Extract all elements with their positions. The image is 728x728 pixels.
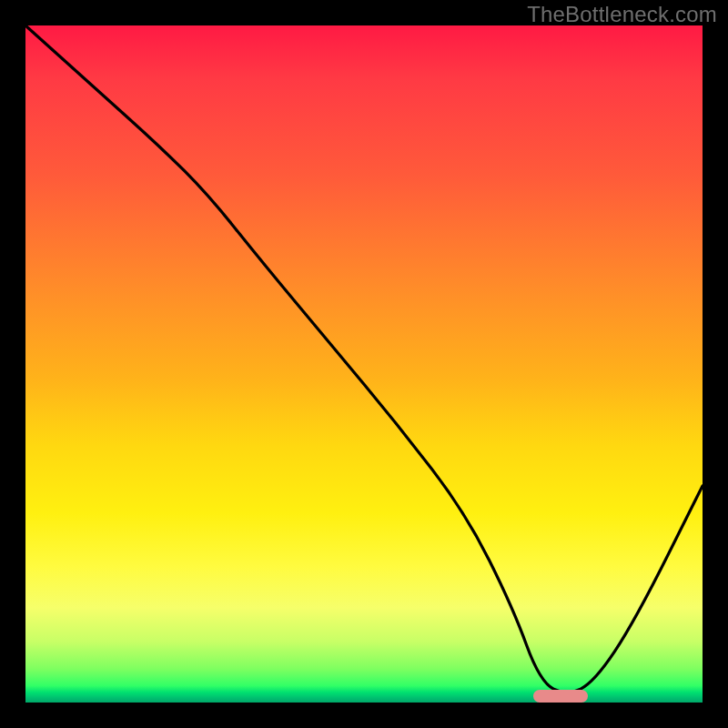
bottleneck-curve (25, 25, 703, 703)
chart-frame: TheBottleneck.com (0, 0, 728, 728)
optimal-range-marker (533, 690, 588, 703)
curve-path (25, 25, 703, 693)
plot-area (25, 25, 703, 703)
watermark-text: TheBottleneck.com (527, 2, 717, 27)
